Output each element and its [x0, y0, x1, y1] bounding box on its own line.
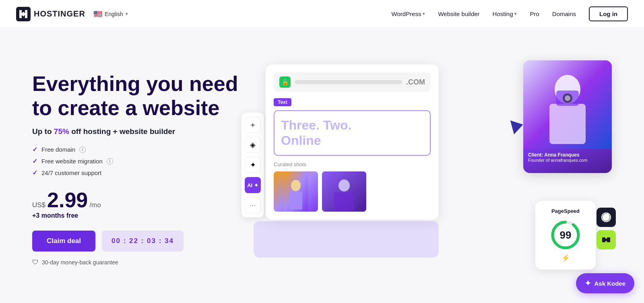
logo-text: HOSTINGER: [34, 9, 85, 19]
countdown-timer: 00 : 22 : 03 : 34: [102, 231, 184, 251]
photo-thumb-2: [322, 171, 366, 212]
bolt-icon: ⚡: [544, 254, 587, 262]
info-icon-migration[interactable]: ℹ: [107, 158, 113, 165]
price-bonus: +3 months free: [32, 212, 242, 219]
cta-row: Claim deal 00 : 22 : 03 : 34: [32, 231, 242, 251]
builder-card: 🔒 .COM Text Three. Two. Online Curated s…: [266, 64, 439, 220]
pagespeed-card: PageSpeed 99 ⚡: [535, 201, 596, 270]
navbar: HOSTINGER 🇺🇸 English ▾ WordPress ▾ Websi…: [0, 0, 644, 28]
check-icon: ✓: [32, 146, 37, 153]
bg-blob: [254, 221, 439, 258]
arrow-pointer-icon: [510, 117, 525, 134]
client-name: Client: Anna Franques: [528, 152, 580, 158]
pagespeed-title: PageSpeed: [544, 208, 587, 214]
svg-rect-6: [334, 192, 354, 210]
nav-domains[interactable]: Domains: [552, 10, 576, 17]
guarantee: 🛡 30-day money-back guarantee: [32, 259, 242, 266]
photo-grid: [274, 171, 431, 212]
svg-point-2: [291, 180, 301, 191]
feature-support: ✓ 24/7 customer support: [32, 169, 242, 177]
check-icon-3: ✓: [32, 169, 37, 177]
tool-ai-button[interactable]: AI ✦: [245, 177, 261, 193]
tool-more-button[interactable]: ···: [245, 197, 261, 213]
tool-add-button[interactable]: ＋: [245, 117, 261, 133]
photographer-card: Client: Anna Franques Founder of annafra…: [523, 60, 612, 173]
pagespeed-score: 99: [560, 229, 572, 241]
svg-rect-3: [289, 192, 302, 210]
svg-point-5: [339, 179, 350, 192]
svg-point-12: [565, 95, 570, 101]
builder-headline: Three. Two. Online: [281, 117, 423, 148]
nav-hosting[interactable]: Hosting ▾: [493, 10, 517, 17]
lang-chevron-icon: ▾: [126, 11, 128, 16]
curated-shots-label: Curated shots: [274, 161, 431, 167]
tool-layers-button[interactable]: ◈: [245, 137, 261, 153]
shield-icon: 🛡: [32, 259, 39, 266]
pricing: US$ 2.99 /mo: [32, 190, 242, 210]
login-button[interactable]: Log in: [589, 6, 628, 21]
nav-website-builder[interactable]: Website builder: [438, 10, 479, 17]
text-badge: Text: [274, 98, 291, 106]
builder-text-box[interactable]: Three. Two. Online: [274, 110, 431, 156]
client-title: Founder of annafranques.com: [528, 158, 587, 163]
nav-wordpress[interactable]: WordPress ▾: [392, 10, 425, 17]
pagespeed-circle: 99: [549, 219, 582, 251]
kodee-icon: ✦: [585, 279, 591, 288]
hostinger-app-icon[interactable]: [597, 230, 616, 249]
domain-com-label: .COM: [406, 78, 425, 87]
ask-kodee-button[interactable]: ✦ Ask Kodee: [576, 273, 634, 293]
check-icon-2: ✓: [32, 157, 37, 165]
features-list: ✓ Free domain ℹ ✓ Free website migration…: [32, 146, 242, 177]
language-selector[interactable]: 🇺🇸 English ▾: [93, 10, 128, 19]
kodee-label: Ask Kodee: [594, 280, 625, 287]
flag-icon: 🇺🇸: [93, 10, 102, 19]
wordpress-chevron-icon: ▾: [423, 11, 425, 16]
info-icon-domain[interactable]: ℹ: [79, 146, 86, 153]
tool-ai-magic-button[interactable]: ✦: [245, 157, 261, 173]
hosting-chevron-icon: ▾: [514, 11, 517, 16]
domain-url-bar: [295, 80, 402, 84]
toolbox-sidebar: ＋ ◈ ✦ AI ✦ ···: [242, 113, 264, 217]
feature-migration: ✓ Free website migration ℹ: [32, 157, 242, 165]
hero-left: Everything you need to create a website …: [32, 72, 242, 266]
discount-highlight: 75%: [54, 127, 69, 136]
hero-title: Everything you need to create a website: [32, 72, 242, 120]
nav-pro[interactable]: Pro: [530, 10, 539, 17]
feature-free-domain: ✓ Free domain ℹ: [32, 146, 242, 153]
svg-rect-9: [549, 104, 586, 144]
lang-label: English: [105, 11, 123, 17]
price-currency: US$: [32, 201, 45, 209]
logo[interactable]: HOSTINGER: [16, 7, 85, 21]
app-icons: [597, 208, 616, 249]
price-amount: 2.99: [47, 190, 88, 210]
svg-rect-18: [605, 239, 608, 241]
price-period: /mo: [89, 201, 101, 209]
nav-links: WordPress ▾ Website builder Hosting ▾ Pr…: [392, 6, 628, 21]
hero-subtitle: Up to 75% off hosting + website builder: [32, 127, 242, 136]
photographer-info: Client: Anna Franques Founder of annafra…: [523, 149, 612, 166]
claim-deal-button[interactable]: Claim deal: [32, 231, 95, 251]
domain-lock-icon: 🔒: [279, 76, 291, 88]
domain-bar: 🔒 .COM: [274, 72, 431, 92]
photographer-image: [523, 60, 612, 149]
hero-section: Everything you need to create a website …: [0, 28, 644, 302]
wordpress-icon[interactable]: [597, 208, 616, 227]
hero-right: ＋ ◈ ✦ AI ✦ ··· 🔒 .COM Text Three. Two. O…: [242, 56, 612, 282]
photo-thumb-1: [274, 171, 318, 212]
